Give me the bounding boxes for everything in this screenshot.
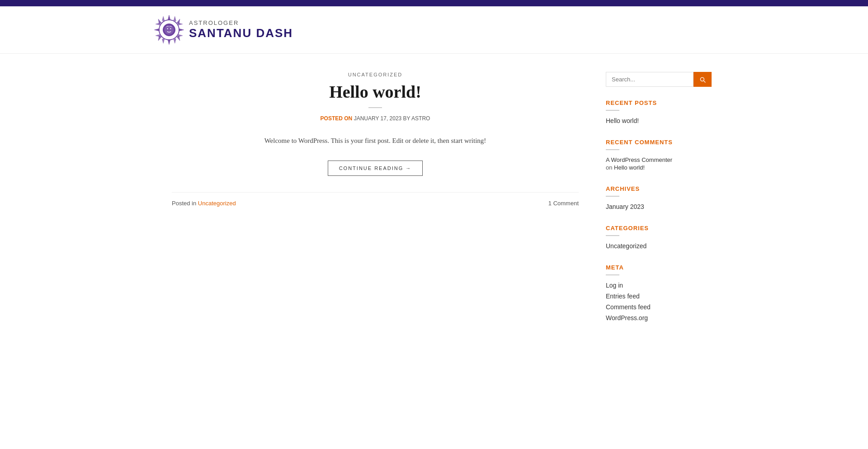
continue-reading-button[interactable]: CONTINUE READING → bbox=[328, 161, 423, 176]
archives-divider bbox=[606, 196, 619, 197]
top-bar bbox=[0, 0, 868, 6]
search-icon bbox=[699, 76, 706, 83]
recent-posts-title: RECENT POSTS bbox=[606, 99, 696, 106]
meta-comments-feed[interactable]: Comments feed bbox=[606, 303, 696, 311]
search-input[interactable] bbox=[606, 72, 693, 87]
logo-title: SANTANU DASH bbox=[189, 26, 293, 40]
svg-marker-2 bbox=[155, 28, 159, 31]
posted-in: Posted in Uncategorized bbox=[172, 200, 236, 207]
sidebar: RECENT POSTS Hello world! RECENT COMMENT… bbox=[606, 72, 696, 336]
logo-text: Astrologer SANTANU DASH bbox=[189, 19, 293, 40]
svg-marker-0 bbox=[168, 15, 170, 20]
recent-comments-title: RECENT COMMENTS bbox=[606, 139, 696, 146]
commenter-on-label: on bbox=[606, 164, 612, 171]
categories-section: CATEGORIES Uncategorized bbox=[606, 225, 696, 250]
svg-point-19 bbox=[167, 28, 168, 29]
svg-point-20 bbox=[170, 28, 171, 29]
meta-divider bbox=[606, 274, 619, 275]
by-label: BY bbox=[403, 115, 410, 122]
svg-marker-10 bbox=[162, 39, 165, 43]
meta-section: META Log in Entries feed Comments feed W… bbox=[606, 264, 696, 321]
recent-post-item[interactable]: Hello world! bbox=[606, 117, 696, 124]
archives-section: ARCHIVES January 2023 bbox=[606, 185, 696, 210]
post-meta: POSTED ON JANUARY 17, 2023 BY ASTRO bbox=[172, 115, 579, 122]
recent-comments-divider bbox=[606, 149, 619, 150]
commenter-link[interactable]: A WordPress Commenter bbox=[606, 156, 696, 163]
content-area: UNCATEGORIZED Hello world! POSTED ON JAN… bbox=[172, 72, 579, 336]
meta-login[interactable]: Log in bbox=[606, 282, 696, 289]
continue-btn-wrap: CONTINUE READING → bbox=[172, 161, 579, 176]
svg-marker-9 bbox=[174, 16, 176, 21]
svg-marker-11 bbox=[174, 39, 176, 43]
svg-marker-13 bbox=[178, 23, 183, 25]
archives-title: ARCHIVES bbox=[606, 185, 696, 192]
search-row bbox=[606, 72, 696, 87]
svg-point-18 bbox=[164, 25, 174, 35]
post-footer: Posted in Uncategorized 1 Comment bbox=[172, 192, 579, 207]
recent-posts-divider bbox=[606, 110, 619, 111]
posted-in-label: Posted in bbox=[172, 200, 196, 207]
categories-divider bbox=[606, 235, 619, 236]
recent-comment-item: A WordPress Commenter on Hello world! bbox=[606, 156, 696, 171]
comment-count: 1 Comment bbox=[548, 200, 579, 207]
recent-posts-section: RECENT POSTS Hello world! bbox=[606, 99, 696, 124]
commenter-post-link[interactable]: Hello world! bbox=[614, 164, 645, 171]
main-layout: UNCATEGORIZED Hello world! POSTED ON JAN… bbox=[163, 54, 705, 354]
category-item[interactable]: Uncategorized bbox=[606, 242, 696, 250]
svg-marker-3 bbox=[179, 28, 184, 31]
categories-title: CATEGORIES bbox=[606, 225, 696, 232]
post-title: Hello world! bbox=[172, 82, 579, 102]
archive-item[interactable]: January 2023 bbox=[606, 203, 696, 210]
post-divider bbox=[368, 107, 382, 108]
post-date: JANUARY 17, 2023 bbox=[354, 115, 402, 122]
svg-marker-15 bbox=[178, 34, 183, 37]
post-author: ASTRO bbox=[411, 115, 430, 122]
svg-marker-14 bbox=[156, 34, 160, 37]
post-category-link[interactable]: Uncategorized bbox=[198, 200, 236, 207]
meta-title: META bbox=[606, 264, 696, 271]
logo-subtitle: Astrologer bbox=[189, 19, 293, 26]
post-article: UNCATEGORIZED Hello world! POSTED ON JAN… bbox=[172, 72, 579, 207]
svg-marker-8 bbox=[162, 16, 165, 21]
search-button[interactable] bbox=[693, 72, 712, 87]
post-content: Welcome to WordPress. This is your first… bbox=[172, 135, 579, 147]
posted-on-label: POSTED ON bbox=[321, 115, 353, 122]
post-category: UNCATEGORIZED bbox=[172, 72, 579, 77]
recent-comments-section: RECENT COMMENTS A WordPress Commenter on… bbox=[606, 139, 696, 171]
svg-marker-12 bbox=[156, 23, 160, 25]
svg-marker-1 bbox=[168, 40, 170, 44]
logo-icon bbox=[154, 14, 184, 45]
meta-wordpress-org[interactable]: WordPress.org bbox=[606, 314, 696, 321]
meta-entries-feed[interactable]: Entries feed bbox=[606, 293, 696, 300]
site-header: Astrologer SANTANU DASH bbox=[0, 6, 868, 54]
site-logo[interactable]: Astrologer SANTANU DASH bbox=[154, 14, 868, 45]
